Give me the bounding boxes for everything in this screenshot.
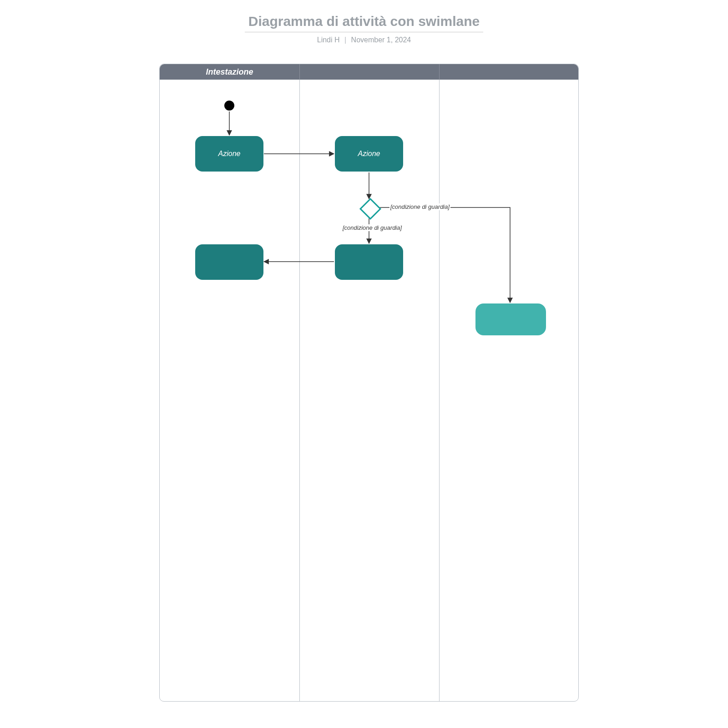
swimlane-header-3 bbox=[439, 64, 578, 80]
lane-divider bbox=[439, 80, 440, 701]
author: Lindi H bbox=[317, 36, 340, 44]
swimlane-canvas: Intestazione bbox=[159, 64, 579, 702]
title-block: Diagramma di attività con swimlane Lindi… bbox=[0, 14, 728, 44]
swimlane-header-2 bbox=[299, 64, 440, 80]
guard-label-right: [condizione di guardia] bbox=[389, 203, 450, 210]
date: November 1, 2024 bbox=[351, 36, 411, 44]
action-node: Azione bbox=[335, 136, 403, 172]
action-node bbox=[335, 244, 403, 280]
decision-node bbox=[359, 198, 381, 220]
lane-divider bbox=[299, 80, 300, 701]
page-title: Diagramma di attività con swimlane bbox=[245, 14, 484, 32]
action-node bbox=[475, 303, 546, 335]
page-subtitle: Lindi H | November 1, 2024 bbox=[0, 36, 728, 44]
swimlane-header-row: Intestazione bbox=[160, 64, 578, 80]
swimlane-header-1: Intestazione bbox=[160, 64, 300, 80]
separator: | bbox=[344, 36, 346, 44]
action-label: Azione bbox=[358, 150, 380, 158]
guard-label-down: [condizione di guardia] bbox=[342, 224, 403, 231]
action-node: Azione bbox=[195, 136, 263, 172]
action-node bbox=[195, 244, 263, 280]
action-label: Azione bbox=[218, 150, 241, 158]
start-node bbox=[224, 101, 234, 111]
